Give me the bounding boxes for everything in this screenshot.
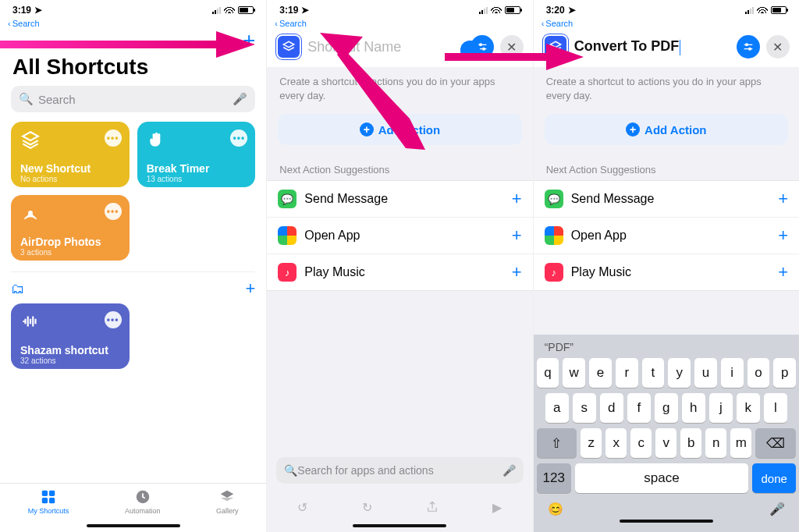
- cellular-icon: [745, 6, 754, 14]
- back-search-link[interactable]: ‹ Search: [534, 17, 799, 28]
- add-icon[interactable]: +: [512, 189, 522, 209]
- music-icon: ♪: [278, 263, 297, 282]
- dictate-key[interactable]: 🎤: [769, 502, 785, 516]
- key-y[interactable]: y: [668, 358, 691, 388]
- key-h[interactable]: h: [682, 393, 705, 423]
- key-n[interactable]: n: [705, 428, 726, 458]
- key-x[interactable]: x: [605, 428, 627, 458]
- shortcut-tile-new-shortcut[interactable]: ••• New Shortcut No actions: [11, 122, 130, 187]
- svg-rect-11: [49, 498, 55, 503]
- key-b[interactable]: b: [680, 428, 701, 458]
- redo-button[interactable]: ↻: [357, 496, 378, 518]
- key-d[interactable]: d: [600, 393, 623, 423]
- tile-title: New Shortcut: [20, 162, 120, 175]
- messages-icon: 💬: [278, 190, 297, 208]
- keyboard-suggestion[interactable]: “PDF”: [537, 339, 796, 358]
- key-c[interactable]: c: [630, 428, 652, 458]
- layers-icon: [20, 129, 41, 150]
- close-button[interactable]: ✕: [500, 35, 524, 59]
- key-k[interactable]: k: [737, 393, 760, 423]
- shortcut-tile-break-timer[interactable]: ••• Break Timer 13 actions: [137, 122, 256, 187]
- nas-row-open-app[interactable]: Open App+: [534, 218, 799, 254]
- key-l[interactable]: l: [764, 393, 787, 423]
- tile-more-icon[interactable]: •••: [105, 129, 122, 147]
- music-icon: ♪: [545, 263, 563, 282]
- key-a[interactable]: a: [545, 393, 569, 423]
- shortcut-name-input[interactable]: Convert To PDF: [574, 38, 730, 55]
- key-f[interactable]: f: [627, 393, 651, 423]
- key-w[interactable]: w: [563, 358, 585, 388]
- keyboard[interactable]: “PDF” qwertyuiop asdfghjkl ⇧ zxcvbnm ⌫ 1…: [534, 335, 799, 532]
- key-i[interactable]: i: [721, 358, 744, 388]
- key-e[interactable]: e: [589, 358, 612, 388]
- key-u[interactable]: u: [694, 358, 717, 388]
- nas-row-open-app[interactable]: Open App+: [267, 218, 532, 254]
- tile-more-icon[interactable]: •••: [105, 203, 122, 220]
- location-icon: ➤: [34, 5, 42, 16]
- nas-row-play-music[interactable]: ♪Play Music+: [267, 254, 532, 290]
- shortcut-name-input[interactable]: Shortcut Name: [307, 39, 463, 55]
- backspace-key[interactable]: ⌫: [755, 428, 796, 458]
- key-z[interactable]: z: [581, 428, 602, 458]
- helper-text: Create a shortcut to actions you do in y…: [534, 67, 799, 106]
- add-icon[interactable]: +: [778, 262, 788, 282]
- mic-icon[interactable]: 🎤: [233, 92, 247, 106]
- add-action-button[interactable]: + Add Action: [278, 114, 521, 145]
- search-input[interactable]: 🔍 Search 🎤: [11, 86, 255, 112]
- nas-row-send-message[interactable]: 💬Send Message+: [534, 181, 799, 218]
- done-key[interactable]: done: [752, 463, 796, 493]
- tab-gallery[interactable]: Gallery: [216, 488, 239, 515]
- shortcut-app-icon[interactable]: [276, 34, 301, 59]
- status-bar: 3:19 ➤: [267, 0, 532, 17]
- key-t[interactable]: t: [642, 358, 665, 388]
- tab-automation[interactable]: Automation: [125, 488, 161, 515]
- hand-icon: [147, 129, 167, 150]
- tab-bar: My Shortcuts Automation Gallery: [0, 483, 266, 521]
- tile-more-icon[interactable]: •••: [105, 311, 122, 328]
- nas-row-send-message[interactable]: 💬Send Message+: [267, 181, 532, 218]
- key-q[interactable]: q: [537, 358, 559, 388]
- key-r[interactable]: r: [616, 358, 638, 388]
- svg-point-15: [746, 44, 748, 46]
- tile-more-icon[interactable]: •••: [230, 129, 247, 147]
- add-icon[interactable]: +: [778, 189, 788, 209]
- shift-key[interactable]: ⇧: [537, 428, 577, 458]
- share-button[interactable]: [421, 496, 443, 518]
- numbers-key[interactable]: 123: [537, 463, 571, 493]
- key-j[interactable]: j: [709, 393, 733, 423]
- shortcut-tile-airdrop-photos[interactable]: ••• AirDrop Photos 3 actions: [11, 195, 130, 261]
- nas-row-play-music[interactable]: ♪Play Music+: [534, 254, 799, 290]
- back-search-link[interactable]: ‹ Search: [0, 17, 266, 28]
- add-folder-button[interactable]: +: [245, 280, 255, 297]
- editor-header: Convert To PDF ✕: [534, 28, 799, 67]
- add-icon[interactable]: +: [512, 225, 522, 246]
- shortcut-tile-shazam[interactable]: ••• Shazam shortcut 32 actions: [11, 303, 130, 369]
- space-key[interactable]: space: [575, 463, 749, 493]
- key-g[interactable]: g: [655, 393, 678, 423]
- folder-icon[interactable]: 🗂: [11, 281, 25, 297]
- tab-my-shortcuts[interactable]: My Shortcuts: [28, 488, 69, 515]
- settings-button[interactable]: [471, 35, 494, 59]
- key-s[interactable]: s: [573, 393, 596, 423]
- tile-subtitle: No actions: [20, 175, 120, 183]
- close-button[interactable]: ✕: [766, 35, 790, 59]
- settings-button[interactable]: [737, 35, 760, 59]
- shortcut-app-icon[interactable]: [543, 34, 568, 59]
- run-button[interactable]: ▶: [486, 496, 508, 518]
- key-m[interactable]: m: [730, 428, 751, 458]
- mic-icon[interactable]: 🎤: [502, 464, 516, 477]
- add-action-button[interactable]: + Add Action: [545, 114, 788, 145]
- key-p[interactable]: p: [773, 358, 796, 388]
- back-search-link[interactable]: ‹ Search: [267, 17, 532, 28]
- add-icon[interactable]: +: [512, 262, 522, 282]
- keyboard-row-1: qwertyuiop: [537, 358, 796, 388]
- undo-button[interactable]: ↺: [292, 496, 314, 518]
- key-v[interactable]: v: [655, 428, 676, 458]
- add-shortcut-button[interactable]: +: [243, 30, 255, 51]
- add-icon[interactable]: +: [778, 225, 788, 246]
- emoji-key[interactable]: 😊: [548, 502, 563, 516]
- nas-list: 💬Send Message+ Open App+ ♪Play Music+: [534, 180, 799, 291]
- actions-search-input[interactable]: 🔍Search for apps and actions🎤: [276, 457, 523, 484]
- cellular-icon: [479, 6, 488, 14]
- key-o[interactable]: o: [748, 358, 770, 388]
